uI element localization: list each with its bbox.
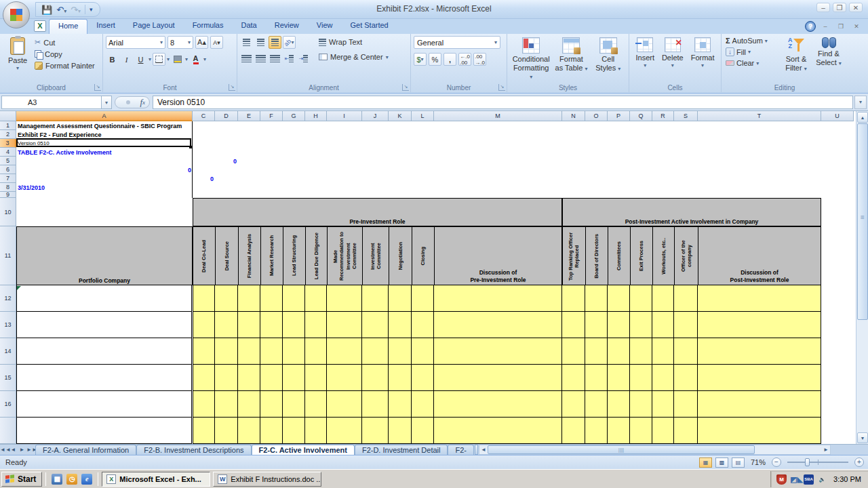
cell-Q13[interactable] [630,312,652,338]
help-icon[interactable]: ? [805,21,816,32]
horizontal-scroll-thumb[interactable] [488,445,755,454]
zoom-in-icon[interactable]: + [854,458,864,467]
workbook-restore-button[interactable]: ❐ [835,22,847,31]
cell-O13[interactable] [585,312,608,338]
selection-fill-handle[interactable] [189,146,192,148]
active-cell-selection[interactable] [16,138,191,147]
cell-Kpartial[interactable] [389,418,412,444]
task-button-word[interactable]: WExhibit F Instructions.doc ... [213,472,321,487]
vertical-scrollbar[interactable]: ▲ ▼ [856,111,868,444]
expand-formula-bar-icon[interactable]: ▾ [854,96,867,109]
cell-H12[interactable] [305,285,327,312]
ribbon-tab-data[interactable]: Data [232,19,265,34]
cell-Npartial[interactable] [562,418,585,444]
quick-launch-outlook-icon[interactable]: ◷ [66,474,77,485]
insert-cells-button[interactable]: Insert▾ [633,36,657,70]
scroll-down-icon[interactable]: ▼ [857,432,868,443]
column-header-U[interactable]: U [821,111,854,121]
column-header-G[interactable]: G [283,111,305,121]
post-col-header-3[interactable]: Committees [608,226,630,285]
quick-launch-desktop-icon[interactable]: ▩ [52,474,62,485]
cell-T12[interactable] [698,285,821,312]
autosum-button[interactable]: ΣAutoSum▾ [724,36,780,45]
column-header-J[interactable]: J [362,111,389,121]
horizontal-scrollbar[interactable]: ◄ ► [479,445,831,455]
cell-Mpartial[interactable] [434,418,562,444]
portfolio-company-header[interactable]: Portfolio Company [16,226,193,285]
row-header-13[interactable]: 13 [0,312,16,338]
grow-font-button[interactable]: A▴ [195,36,208,49]
cell-Q16[interactable] [630,391,652,418]
pre-col-header-2[interactable]: Deal Source [215,226,238,285]
cell-L16[interactable] [412,391,434,418]
alignment-dialog-launcher-icon[interactable]: ↘ [402,84,409,91]
cell-E16[interactable] [238,391,260,418]
align-center-button[interactable] [254,52,267,65]
format-cells-button[interactable]: Format▾ [688,36,717,70]
workbook-close-button[interactable]: ✕ [850,22,863,31]
cell-A15[interactable] [16,365,192,391]
pre-col-header-6[interactable]: Lead Due Diligence [305,226,327,285]
row-header-5[interactable]: 5 [0,157,16,165]
cell-R12[interactable] [652,285,674,312]
pre-investment-band[interactable]: Pre-Investment Role [193,198,562,226]
cell-R14[interactable] [652,338,674,365]
page-break-view-button[interactable]: ▤ [732,458,745,468]
align-left-button[interactable] [240,52,253,65]
minimize-button[interactable]: – [816,3,830,12]
cell-C16[interactable] [193,391,215,418]
cell-N16[interactable] [562,391,585,418]
start-button[interactable]: Start [1,472,42,487]
cell-H13[interactable] [305,312,327,338]
cell-Opartial[interactable] [585,418,608,444]
cell-F12[interactable] [260,285,283,312]
row-header-12[interactable]: 12 [0,285,16,312]
cell-C12[interactable] [193,285,215,312]
column-header-O[interactable]: O [585,111,608,121]
cell-Hpartial[interactable] [305,418,327,444]
font-color-dropdown-icon[interactable]: ▾ [203,56,206,62]
align-bottom-button[interactable] [269,36,281,49]
cell-C15[interactable] [193,365,215,391]
cell-G14[interactable] [283,338,305,365]
cell-Tpartial[interactable] [698,418,821,444]
column-header-S[interactable]: S [674,111,698,121]
format-as-table-button[interactable]: Format as Table ▾ [552,36,590,82]
cell-L15[interactable] [412,365,434,391]
cell-Apartial[interactable] [16,418,192,444]
cell-R13[interactable] [652,312,674,338]
column-header-I[interactable]: I [327,111,362,121]
cell-K14[interactable] [389,338,412,365]
insert-function-button[interactable]: fx [115,96,150,108]
accounting-format-button[interactable]: $ ▾ [414,53,427,66]
mcafee-tray-icon[interactable]: M [776,474,787,485]
cell-O15[interactable] [585,365,608,391]
cell-T16[interactable] [698,391,821,418]
cell-A13[interactable] [16,312,192,338]
underline-button[interactable]: U [134,53,147,66]
cell-D15[interactable] [215,365,238,391]
pre-col-header-8[interactable]: Investment Committee [362,226,389,285]
cell-S14[interactable] [674,338,698,365]
post-discussion-header[interactable]: Discussion of Post-Investment Role [698,226,821,285]
row-header-7[interactable]: 7 [0,174,16,183]
cell-A6[interactable]: 0 [16,165,193,174]
column-header-A[interactable]: A [16,111,193,121]
ribbon-tab-formulas[interactable]: Formulas [184,19,233,34]
column-header-D[interactable]: D [215,111,238,121]
cell-I15[interactable] [327,365,362,391]
cell-N12[interactable] [562,285,585,312]
cell-H14[interactable] [305,338,327,365]
cell-Spartial[interactable] [674,418,698,444]
cell-Gpartial[interactable] [283,418,305,444]
sort-filter-button[interactable]: AZ Sort & Filter ▾ [780,36,812,73]
cell-K15[interactable] [389,365,412,391]
next-sheet-icon[interactable]: ► [18,445,26,455]
cell-E14[interactable] [238,338,260,365]
italic-button[interactable]: I [120,53,133,66]
cell-G13[interactable] [283,312,305,338]
row-header-2[interactable]: 2 [0,130,16,139]
zoom-level[interactable]: 71% [751,458,766,466]
cell-N13[interactable] [562,312,585,338]
pre-col-header-1[interactable]: Deal Co-Lead [193,226,215,285]
